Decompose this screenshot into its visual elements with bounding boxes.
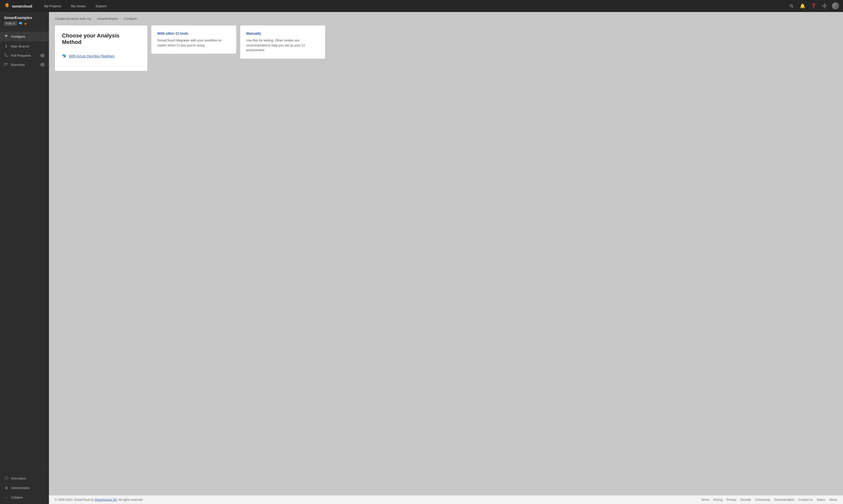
project-name: SonarExamples: [4, 16, 45, 20]
sidebar-bottom: ⓘ Information ⚙ Administration ← Collaps…: [0, 471, 49, 504]
azure-icon: [62, 54, 67, 58]
logo-text: sonarcloud: [12, 4, 32, 8]
help-button[interactable]: ❓: [810, 2, 817, 10]
footer-copyright: © 2008-2023, SonarCloud by SonarSource S…: [55, 498, 143, 502]
footer-about[interactable]: About: [829, 498, 837, 502]
breadcrumb-sep-2: ›: [120, 17, 122, 20]
copyright-text: © 2008-2023, SonarCloud by: [55, 498, 95, 502]
search-button[interactable]: [788, 2, 795, 10]
azure-devops-icon: [18, 21, 22, 26]
svg-point-3: [5, 54, 6, 55]
other-ci-description: SonarCloud integrates with your workflow…: [157, 38, 230, 48]
azure-pipelines-link[interactable]: With Azure DevOps Pipelines: [69, 54, 114, 58]
favorite-star-icon[interactable]: ★: [24, 22, 27, 26]
cards-container: Choose your Analysis Method With Azure D…: [55, 25, 837, 71]
pull-requests-badge: 0: [40, 54, 45, 57]
sonar-source-link[interactable]: SonarSource SA: [95, 498, 117, 502]
svg-point-1: [790, 4, 792, 7]
breadcrumb-project[interactable]: SonarExamples: [97, 17, 118, 20]
information-icon: ⓘ: [4, 476, 8, 481]
logo-icon: [4, 3, 10, 9]
manually-description: Use this for testing. Other modes are re…: [246, 38, 319, 53]
sidebar-item-main-branch[interactable]: ℹ Main Branch: [0, 41, 49, 51]
footer-contact-us[interactable]: Contact us: [798, 498, 812, 502]
breadcrumb: Claudia Sonarova azdo org › SonarExample…: [55, 17, 837, 20]
rights-text: . All rights reserved.: [117, 498, 143, 502]
sidebar-header: SonarExamples PUBLIC ★: [0, 12, 49, 30]
content-area: Claudia Sonarova azdo org › SonarExample…: [49, 12, 843, 504]
svg-line-2: [792, 6, 793, 7]
sidebar: SonarExamples PUBLIC ★ Configure: [0, 12, 49, 504]
footer-links: Terms Pricing Privacy Security Community…: [701, 498, 837, 502]
footer-security[interactable]: Security: [740, 498, 751, 502]
main-branch-icon: ℹ: [4, 44, 8, 49]
branches-icon: [4, 62, 8, 67]
svg-point-7: [5, 65, 6, 66]
breadcrumb-org[interactable]: Claudia Sonarova azdo org: [55, 17, 91, 20]
sidebar-item-branches[interactable]: Branches 0: [0, 60, 49, 69]
footer-community[interactable]: Community: [755, 498, 770, 502]
footer-terms[interactable]: Terms: [701, 498, 710, 502]
breadcrumb-sep-1: ›: [94, 17, 95, 20]
sidebar-item-collapse-label: Collapse: [11, 496, 45, 499]
collapse-icon: ←: [4, 495, 8, 500]
sidebar-item-main-branch-label: Main Branch: [11, 44, 45, 48]
nav-explore[interactable]: Explore: [94, 3, 109, 9]
top-nav: sonarcloud My Projects My Issues Explore…: [0, 0, 843, 12]
sidebar-badges: PUBLIC ★: [4, 21, 45, 26]
svg-point-4: [7, 56, 8, 57]
content-inner: Claudia Sonarova azdo org › SonarExample…: [49, 12, 843, 495]
sidebar-item-information[interactable]: ⓘ Information: [0, 473, 49, 483]
nav-my-issues[interactable]: My Issues: [69, 3, 88, 9]
manually-title[interactable]: Manually: [246, 32, 319, 35]
svg-point-8: [7, 64, 8, 65]
manually-card: Manually Use this for testing. Other mod…: [240, 25, 325, 59]
avatar-image: [832, 2, 839, 10]
sidebar-item-branches-label: Branches: [11, 63, 37, 67]
sidebar-item-administration[interactable]: ⚙ Administration: [0, 483, 49, 493]
sidebar-item-information-label: Information: [11, 477, 45, 480]
pull-requests-icon: [4, 53, 8, 58]
analysis-card-title: Choose your Analysis Method: [62, 33, 140, 46]
configure-icon: [4, 34, 8, 39]
main-area: SonarExamples PUBLIC ★ Configure: [0, 12, 843, 504]
svg-point-0: [6, 3, 8, 5]
nav-my-projects[interactable]: My Projects: [42, 3, 63, 9]
administration-icon: ⚙: [4, 486, 8, 490]
sidebar-item-pull-requests[interactable]: Pull Requests 0: [0, 51, 49, 60]
footer-status[interactable]: Status: [817, 498, 825, 502]
sidebar-item-collapse[interactable]: ← Collapse: [0, 493, 49, 502]
azure-pipelines-option[interactable]: With Azure DevOps Pipelines: [62, 51, 140, 61]
breadcrumb-current: Configure: [124, 17, 137, 20]
footer-privacy[interactable]: Privacy: [727, 498, 736, 502]
user-avatar[interactable]: [832, 2, 839, 10]
sidebar-nav: Configure ℹ Main Branch Pull Requests 0: [0, 30, 49, 471]
footer: © 2008-2023, SonarCloud by SonarSource S…: [49, 495, 843, 504]
sidebar-item-pull-requests-label: Pull Requests: [11, 54, 37, 57]
analysis-method-card: Choose your Analysis Method With Azure D…: [55, 25, 147, 71]
sidebar-item-configure[interactable]: Configure: [0, 32, 49, 41]
app-wrapper: sonarcloud My Projects My Issues Explore…: [0, 0, 843, 504]
other-ci-title[interactable]: With other CI tools: [157, 32, 230, 35]
other-ci-card: With other CI tools SonarCloud integrate…: [151, 25, 236, 54]
footer-documentation[interactable]: Documentation: [774, 498, 794, 502]
create-button[interactable]: ➕: [821, 2, 828, 10]
sidebar-item-administration-label: Administration: [11, 486, 45, 490]
notifications-button[interactable]: 🔔: [799, 2, 806, 10]
branches-badge: 0: [40, 63, 45, 67]
sidebar-item-configure-label: Configure: [11, 35, 45, 38]
footer-pricing[interactable]: Pricing: [713, 498, 722, 502]
nav-right: 🔔 ❓ ➕: [788, 2, 839, 10]
logo: sonarcloud: [4, 3, 32, 9]
visibility-badge: PUBLIC: [4, 21, 17, 26]
